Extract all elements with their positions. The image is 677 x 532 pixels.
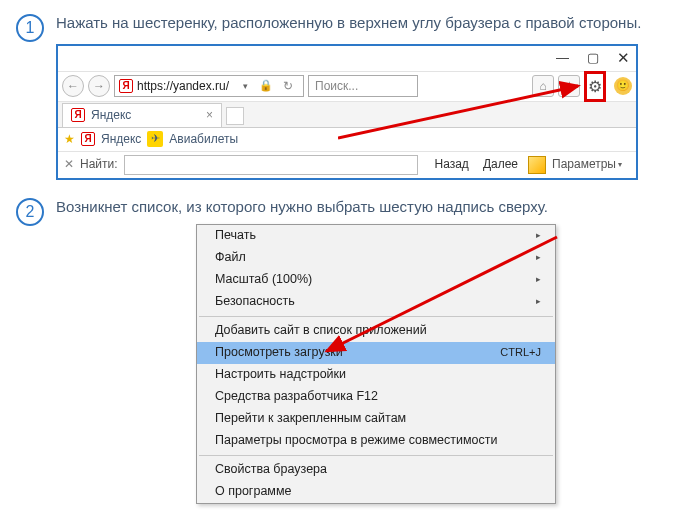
- url-dropdown-icon[interactable]: ▾: [243, 80, 255, 93]
- menu-file-label: Файл: [215, 248, 246, 266]
- find-bar: ✕ Найти: Назад Далее Параметры ▾: [58, 152, 636, 178]
- menu-separator: [199, 316, 553, 317]
- window-titlebar: — ▢ ✕: [58, 46, 636, 72]
- menu-view-downloads-label: Просмотреть загрузки: [215, 343, 343, 361]
- chevron-right-icon: ▸: [536, 251, 541, 264]
- close-icon[interactable]: ✕: [617, 47, 630, 69]
- menu-devtools[interactable]: Средства разработчика F12: [197, 386, 555, 408]
- menu-about-label: О программе: [215, 482, 291, 500]
- menu-devtools-label: Средства разработчика F12: [215, 387, 378, 405]
- menu-compat-label: Параметры просмотра в режиме совместимос…: [215, 431, 498, 449]
- nav-back-button[interactable]: ←: [62, 75, 84, 97]
- favorites-button[interactable]: ★: [558, 75, 580, 97]
- step-2-text: Возникнет список, из которого нужно выбр…: [56, 196, 661, 218]
- url-field[interactable]: Я https://yandex.ru/ ▾ 🔒 ↻: [114, 75, 304, 97]
- step-number-1: 1: [16, 14, 44, 42]
- menu-print[interactable]: Печать ▸: [197, 225, 555, 247]
- tab-title: Яндекс: [91, 107, 131, 124]
- menu-add-site-label: Добавить сайт в список приложений: [215, 321, 427, 339]
- find-next-button[interactable]: Далее: [479, 156, 522, 173]
- menu-zoom-label: Масштаб (100%): [215, 270, 312, 288]
- yandex-logo-icon: Я: [119, 79, 133, 93]
- step-number-2: 2: [16, 198, 44, 226]
- search-placeholder: Поиск...: [315, 78, 358, 95]
- refresh-icon[interactable]: ↻: [277, 75, 299, 97]
- tab-favicon-icon: Я: [71, 108, 85, 122]
- find-params-button[interactable]: Параметры ▾: [552, 156, 630, 173]
- bookmark-ya-icon: Я: [81, 132, 95, 146]
- highlight-icon[interactable]: [528, 156, 546, 174]
- bookmark-yandex[interactable]: Яндекс: [101, 131, 141, 148]
- new-tab-button[interactable]: [226, 107, 244, 125]
- browser-window: — ▢ ✕ ← → Я https://yandex.ru/ ▾ 🔒 ↻ Пои…: [56, 44, 638, 180]
- find-close-icon[interactable]: ✕: [64, 156, 74, 173]
- menu-addons[interactable]: Настроить надстройки: [197, 364, 555, 386]
- gear-icon[interactable]: ⚙: [588, 75, 602, 98]
- menu-pinned-label: Перейти к закрепленным сайтам: [215, 409, 406, 427]
- home-button[interactable]: ⌂: [532, 75, 554, 97]
- menu-file[interactable]: Файл ▸: [197, 247, 555, 269]
- menu-security-label: Безопасность: [215, 292, 295, 310]
- context-menu: Печать ▸ Файл ▸ Масштаб (100%) ▸ Безопас…: [196, 224, 556, 504]
- chevron-right-icon: ▸: [536, 273, 541, 286]
- find-prev-button[interactable]: Назад: [430, 156, 472, 173]
- menu-print-label: Печать: [215, 226, 256, 244]
- bookmark-aviabilety[interactable]: Авиабилеты: [169, 131, 238, 148]
- find-input[interactable]: [124, 155, 419, 175]
- menu-pinned[interactable]: Перейти к закрепленным сайтам: [197, 408, 555, 430]
- minimize-icon[interactable]: —: [556, 49, 569, 68]
- params-dropdown-icon: ▾: [618, 159, 630, 171]
- smiley-icon[interactable]: 🙂: [614, 77, 632, 95]
- lock-icon: 🔒: [259, 78, 273, 94]
- menu-addons-label: Настроить надстройки: [215, 365, 346, 383]
- menu-add-site[interactable]: Добавить сайт в список приложений: [197, 320, 555, 342]
- tab-close-icon[interactable]: ×: [206, 107, 213, 124]
- menu-shortcut: CTRL+J: [500, 345, 541, 361]
- bookmarks-bar: ★ Я Яндекс ✈ Авиабилеты: [58, 128, 636, 152]
- nav-forward-button[interactable]: →: [88, 75, 110, 97]
- menu-compat[interactable]: Параметры просмотра в режиме совместимос…: [197, 430, 555, 452]
- tab-strip: Я Яндекс ×: [58, 102, 636, 128]
- plane-icon: ✈: [147, 131, 163, 147]
- menu-separator: [199, 455, 553, 456]
- step-1-text: Нажать на шестеренку, расположенную в ве…: [56, 12, 661, 34]
- chevron-right-icon: ▸: [536, 295, 541, 308]
- menu-zoom[interactable]: Масштаб (100%) ▸: [197, 269, 555, 291]
- menu-security[interactable]: Безопасность ▸: [197, 291, 555, 313]
- menu-options[interactable]: Свойства браузера: [197, 459, 555, 481]
- search-field[interactable]: Поиск...: [308, 75, 418, 97]
- chevron-right-icon: ▸: [536, 229, 541, 242]
- find-params-label: Параметры: [552, 156, 616, 173]
- menu-about[interactable]: О программе: [197, 481, 555, 503]
- star-icon[interactable]: ★: [64, 131, 75, 148]
- tab-yandex[interactable]: Я Яндекс ×: [62, 103, 222, 127]
- gear-highlight: ⚙: [584, 71, 606, 102]
- find-label: Найти:: [80, 156, 118, 173]
- address-bar: ← → Я https://yandex.ru/ ▾ 🔒 ↻ Поиск... …: [58, 72, 636, 102]
- url-text: https://yandex.ru/: [137, 78, 239, 95]
- menu-view-downloads[interactable]: Просмотреть загрузки CTRL+J: [197, 342, 555, 364]
- maximize-icon[interactable]: ▢: [587, 49, 599, 68]
- menu-options-label: Свойства браузера: [215, 460, 327, 478]
